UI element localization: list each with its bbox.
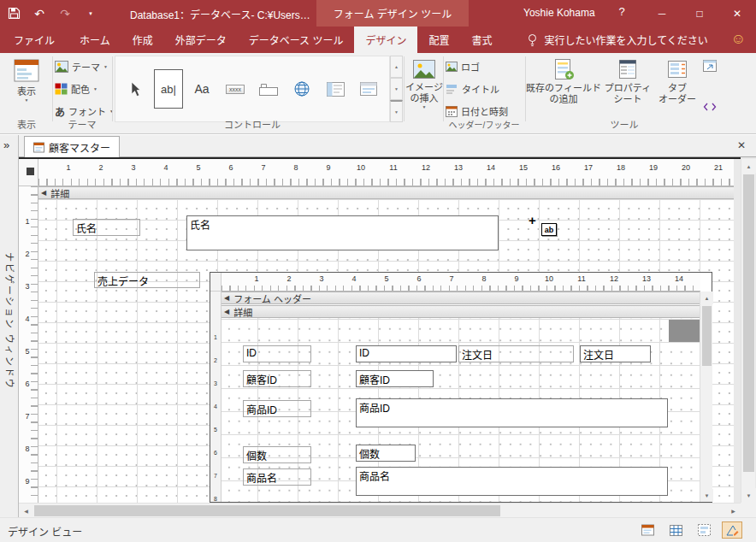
group-separator [404, 56, 405, 121]
qat-customize-button[interactable]: ▼ [82, 4, 99, 23]
subform-in-new-window-button[interactable] [703, 60, 717, 74]
tab-database-tools[interactable]: データベース ツール [238, 27, 355, 53]
gallery-more-button[interactable]: ▼ [390, 100, 403, 122]
subform-textbox-id[interactable]: ID [356, 345, 457, 362]
gallery-scroll-up[interactable]: ▲ [390, 56, 403, 78]
ruler-number: 6 [211, 450, 220, 456]
scroll-up-button[interactable]: ▲ [700, 292, 713, 304]
view-button[interactable]: 表示 ▼ [3, 56, 50, 103]
gallery-scroll-down[interactable]: ▼ [390, 78, 403, 100]
name-field-label[interactable]: 氏名 [73, 219, 140, 236]
subform-label-quantity[interactable]: 個数 [243, 446, 311, 463]
ruler-number: 2 [96, 163, 106, 172]
horizontal-scrollbar[interactable]: ◀ ▶ [19, 503, 741, 517]
maximize-button[interactable]: □ [681, 0, 718, 27]
scroll-right-button[interactable]: ▶ [726, 504, 741, 518]
tab-design[interactable]: デザイン [354, 27, 417, 53]
redo-button[interactable]: ↷ [56, 4, 74, 23]
property-sheet-button[interactable]: プロパティ シート [602, 56, 653, 105]
title-icon [446, 83, 458, 95]
layout-view-button[interactable] [694, 521, 714, 539]
subform-textbox-quantity[interactable]: 個数 [356, 445, 416, 462]
subform-control[interactable]: 1234567891011121314 12345678 ◀ フォーム ヘッダー… [210, 272, 712, 503]
scrollbar-thumb[interactable] [743, 174, 754, 472]
tab-arrange[interactable]: 配置 [417, 27, 460, 53]
scroll-down-button[interactable]: ▼ [700, 489, 713, 502]
textbox-tool[interactable]: ab| [154, 69, 183, 109]
undo-button[interactable]: ↶ [31, 4, 48, 23]
subform-label-id[interactable]: ID [243, 345, 311, 362]
logo-button[interactable]: ロゴ [446, 56, 524, 77]
subform-textbox-product-name[interactable]: 商品名 [356, 467, 668, 496]
group-label-controls: コントロール [115, 117, 390, 131]
subform-vertical-scrollbar[interactable]: ▲ ▼ [700, 292, 712, 502]
colors-button[interactable]: 配色 ▼ [55, 79, 109, 99]
scroll-down-button[interactable]: ▼ [741, 488, 756, 503]
document-close-button[interactable]: ✕ [737, 139, 746, 151]
subform-header-section-bar[interactable]: ◀ フォーム ヘッダー [221, 292, 700, 304]
tell-me-box[interactable]: 実行したい作業を入力してください [527, 27, 707, 53]
subform-label-product-id[interactable]: 商品ID [243, 400, 311, 417]
save-button[interactable] [5, 4, 22, 23]
help-button[interactable]: ? [611, 5, 633, 22]
tab-control-icon [258, 82, 279, 97]
navigation-pane-collapsed[interactable]: » ナビゲーション ウィンドウ [0, 135, 19, 517]
scroll-left-button[interactable]: ◀ [19, 504, 33, 518]
minimize-button[interactable]: ─ [643, 0, 681, 27]
group-separator [112, 56, 113, 121]
tab-format[interactable]: 書式 [460, 27, 503, 53]
tab-create[interactable]: 作成 [121, 27, 164, 53]
web-browser-control-tool[interactable] [287, 69, 316, 109]
view-code-button[interactable] [703, 101, 717, 115]
scrollbar-thumb[interactable] [702, 306, 712, 366]
add-existing-fields-button[interactable]: 既存のフィールド の追加 [527, 56, 600, 105]
ruler-number: 20 [681, 163, 691, 172]
ruler-number: 10 [356, 163, 366, 172]
subform-textbox-customer-id[interactable]: 顧客ID [356, 370, 434, 387]
sales-data-label[interactable]: 売上データ [94, 272, 200, 288]
colors-icon [55, 83, 68, 95]
ruler-corner[interactable] [19, 159, 38, 186]
label-tool[interactable]: Aa [187, 69, 216, 109]
title-button[interactable]: タイトル [446, 79, 524, 99]
detail-section-bar[interactable]: ◀ 詳細 [38, 186, 734, 199]
datasheet-view-button[interactable] [665, 521, 686, 539]
section-marker-icon: ◀ [41, 189, 46, 197]
design-view-button[interactable] [722, 521, 742, 539]
close-button[interactable]: ✕ [718, 0, 756, 27]
scrollbar-thumb[interactable] [34, 505, 500, 516]
subform-label-order-date[interactable]: 注文日 [458, 345, 574, 362]
themes-button[interactable]: テーマ ▼ [55, 56, 109, 77]
account-name[interactable]: Yoshie Kohama [523, 7, 595, 19]
insert-image-button[interactable]: イメージ の挿入 ▼ [405, 56, 443, 110]
subform-label-customer-id[interactable]: 顧客ID [243, 370, 311, 387]
name-field-textbox[interactable]: 氏名 [186, 215, 499, 250]
document-tab-customer-master[interactable]: 顧客マスター [24, 136, 120, 157]
feedback-smiley-button[interactable]: ☺ [731, 31, 746, 48]
button-tool[interactable]: xxxx [221, 69, 250, 109]
subform-textbox-product-id[interactable]: 商品ID [356, 398, 668, 427]
tab-home[interactable]: ホーム [68, 27, 121, 53]
tab-file[interactable]: ファイル [0, 27, 68, 53]
scroll-up-button[interactable]: ▲ [741, 159, 756, 174]
subform-detail-section-bar[interactable]: ◀ 詳細 [221, 305, 700, 318]
nav-expand-button[interactable]: » [3, 138, 9, 151]
picture-icon [413, 60, 435, 79]
ruler-number: 18 [616, 163, 626, 172]
document-tab-bar: 顧客マスター ✕ [19, 135, 756, 157]
ruler-number: 12 [609, 274, 619, 283]
navigation-control-tool[interactable] [321, 69, 350, 109]
vertical-scrollbar[interactable]: ▲ ▼ [741, 159, 755, 503]
tab-external-data[interactable]: 外部データ [164, 27, 238, 53]
field-list-icon [552, 58, 575, 80]
ruler-number: 12 [421, 163, 431, 172]
tab-control-tool[interactable] [254, 69, 283, 109]
tab-order-button[interactable]: タブ オーダー [655, 56, 700, 105]
tab-order-label-1: タブ [668, 83, 687, 94]
subform-textbox-order-date[interactable]: 注文日 [580, 345, 651, 362]
subform-label-product-name[interactable]: 商品名 [243, 468, 311, 486]
subform-tool[interactable] [354, 69, 383, 109]
form-view-button[interactable] [637, 521, 658, 539]
detail-section-label: 詳細 [50, 186, 69, 200]
select-tool[interactable] [121, 69, 150, 109]
